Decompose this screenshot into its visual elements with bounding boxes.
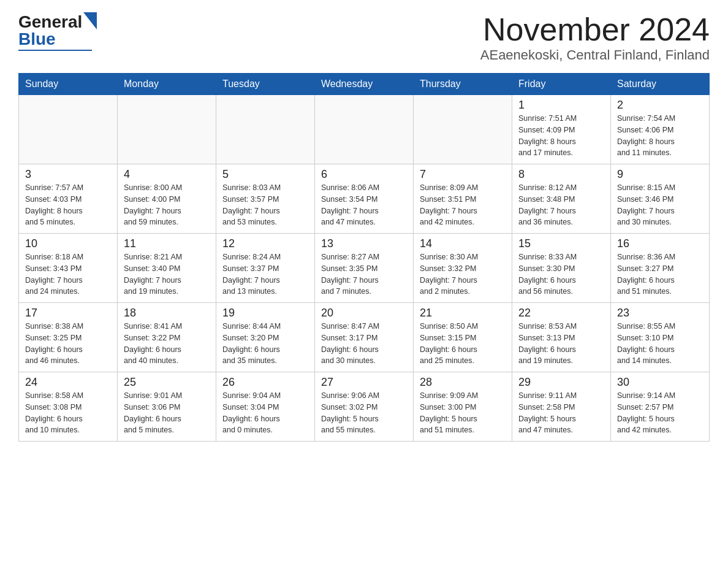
day-info: Sunrise: 8:21 AM Sunset: 3:40 PM Dayligh…: [124, 251, 210, 297]
logo-blue-text: Blue: [18, 31, 56, 48]
calendar-day-header: Tuesday: [216, 74, 315, 95]
calendar-day-header: Sunday: [19, 74, 118, 95]
day-number: 3: [25, 168, 111, 181]
day-number: 2: [617, 99, 703, 112]
day-number: 16: [617, 237, 703, 250]
calendar-cell: [315, 95, 414, 164]
day-number: 21: [420, 307, 506, 320]
calendar-cell: 28Sunrise: 9:09 AM Sunset: 3:00 PM Dayli…: [414, 372, 512, 442]
day-number: 15: [518, 237, 604, 250]
day-number: 13: [321, 237, 407, 250]
day-info: Sunrise: 8:53 AM Sunset: 3:13 PM Dayligh…: [518, 321, 604, 367]
logo-general-text: General: [18, 13, 82, 31]
day-number: 28: [420, 376, 506, 389]
day-info: Sunrise: 8:18 AM Sunset: 3:43 PM Dayligh…: [25, 251, 111, 297]
day-number: 4: [124, 168, 210, 181]
calendar-cell: 18Sunrise: 8:41 AM Sunset: 3:22 PM Dayli…: [118, 303, 216, 372]
day-number: 23: [617, 307, 703, 320]
day-info: Sunrise: 9:06 AM Sunset: 3:02 PM Dayligh…: [321, 390, 407, 436]
day-info: Sunrise: 8:58 AM Sunset: 3:08 PM Dayligh…: [25, 390, 111, 436]
day-info: Sunrise: 8:55 AM Sunset: 3:10 PM Dayligh…: [617, 321, 703, 367]
day-info: Sunrise: 7:54 AM Sunset: 4:06 PM Dayligh…: [617, 113, 703, 159]
calendar-cell: 8Sunrise: 8:12 AM Sunset: 3:48 PM Daylig…: [512, 164, 611, 234]
day-number: 22: [518, 307, 604, 320]
calendar-cell: 21Sunrise: 8:50 AM Sunset: 3:15 PM Dayli…: [414, 303, 512, 372]
day-number: 25: [124, 376, 210, 389]
calendar-cell: [118, 95, 216, 164]
svg-marker-0: [83, 12, 97, 29]
calendar-header-row: SundayMondayTuesdayWednesdayThursdayFrid…: [19, 74, 710, 95]
calendar-cell: 11Sunrise: 8:21 AM Sunset: 3:40 PM Dayli…: [118, 234, 216, 303]
day-info: Sunrise: 9:14 AM Sunset: 2:57 PM Dayligh…: [617, 390, 703, 436]
logo-triangle-icon: [83, 12, 97, 29]
calendar-cell: 26Sunrise: 9:04 AM Sunset: 3:04 PM Dayli…: [216, 372, 315, 442]
day-number: 9: [617, 168, 703, 181]
day-info: Sunrise: 8:30 AM Sunset: 3:32 PM Dayligh…: [420, 251, 506, 297]
day-number: 12: [222, 237, 308, 250]
calendar-week-row: 10Sunrise: 8:18 AM Sunset: 3:43 PM Dayli…: [19, 234, 710, 303]
day-info: Sunrise: 8:50 AM Sunset: 3:15 PM Dayligh…: [420, 321, 506, 367]
calendar-cell: 22Sunrise: 8:53 AM Sunset: 3:13 PM Dayli…: [512, 303, 611, 372]
calendar-cell: 2Sunrise: 7:54 AM Sunset: 4:06 PM Daylig…: [611, 95, 710, 164]
calendar-cell: 29Sunrise: 9:11 AM Sunset: 2:58 PM Dayli…: [512, 372, 611, 442]
day-number: 29: [518, 376, 604, 389]
page-header: General Blue November 2024 AEaenekoski, …: [18, 12, 710, 63]
calendar-cell: 5Sunrise: 8:03 AM Sunset: 3:57 PM Daylig…: [216, 164, 315, 234]
day-info: Sunrise: 8:33 AM Sunset: 3:30 PM Dayligh…: [518, 251, 604, 297]
day-number: 24: [25, 376, 111, 389]
calendar-cell: 6Sunrise: 8:06 AM Sunset: 3:54 PM Daylig…: [315, 164, 414, 234]
day-info: Sunrise: 7:57 AM Sunset: 4:03 PM Dayligh…: [25, 182, 111, 228]
day-info: Sunrise: 7:51 AM Sunset: 4:09 PM Dayligh…: [518, 113, 604, 159]
day-info: Sunrise: 8:41 AM Sunset: 3:22 PM Dayligh…: [124, 321, 210, 367]
day-number: 30: [617, 376, 703, 389]
calendar-day-header: Friday: [512, 74, 611, 95]
day-number: 6: [321, 168, 407, 181]
day-info: Sunrise: 9:01 AM Sunset: 3:06 PM Dayligh…: [124, 390, 210, 436]
logo: General Blue: [18, 12, 97, 51]
calendar-cell: 15Sunrise: 8:33 AM Sunset: 3:30 PM Dayli…: [512, 234, 611, 303]
day-info: Sunrise: 8:06 AM Sunset: 3:54 PM Dayligh…: [321, 182, 407, 228]
calendar-week-row: 3Sunrise: 7:57 AM Sunset: 4:03 PM Daylig…: [19, 164, 710, 234]
day-info: Sunrise: 8:03 AM Sunset: 3:57 PM Dayligh…: [222, 182, 308, 228]
day-number: 20: [321, 307, 407, 320]
day-info: Sunrise: 8:44 AM Sunset: 3:20 PM Dayligh…: [222, 321, 308, 367]
day-info: Sunrise: 9:11 AM Sunset: 2:58 PM Dayligh…: [518, 390, 604, 436]
day-info: Sunrise: 8:24 AM Sunset: 3:37 PM Dayligh…: [222, 251, 308, 297]
day-info: Sunrise: 9:04 AM Sunset: 3:04 PM Dayligh…: [222, 390, 308, 436]
calendar-week-row: 24Sunrise: 8:58 AM Sunset: 3:08 PM Dayli…: [19, 372, 710, 442]
calendar-cell: 3Sunrise: 7:57 AM Sunset: 4:03 PM Daylig…: [19, 164, 118, 234]
day-info: Sunrise: 8:12 AM Sunset: 3:48 PM Dayligh…: [518, 182, 604, 228]
day-number: 14: [420, 237, 506, 250]
calendar-cell: 20Sunrise: 8:47 AM Sunset: 3:17 PM Dayli…: [315, 303, 414, 372]
logo-underline: [18, 50, 92, 51]
day-info: Sunrise: 8:09 AM Sunset: 3:51 PM Dayligh…: [420, 182, 506, 228]
day-number: 19: [222, 307, 308, 320]
calendar-cell: 9Sunrise: 8:15 AM Sunset: 3:46 PM Daylig…: [611, 164, 710, 234]
day-info: Sunrise: 9:09 AM Sunset: 3:00 PM Dayligh…: [420, 390, 506, 436]
calendar-cell: 27Sunrise: 9:06 AM Sunset: 3:02 PM Dayli…: [315, 372, 414, 442]
day-number: 11: [124, 237, 210, 250]
day-info: Sunrise: 8:15 AM Sunset: 3:46 PM Dayligh…: [617, 182, 703, 228]
calendar-cell: 17Sunrise: 8:38 AM Sunset: 3:25 PM Dayli…: [19, 303, 118, 372]
day-number: 8: [518, 168, 604, 181]
day-number: 5: [222, 168, 308, 181]
calendar-cell: 25Sunrise: 9:01 AM Sunset: 3:06 PM Dayli…: [118, 372, 216, 442]
day-number: 17: [25, 307, 111, 320]
calendar-cell: 14Sunrise: 8:30 AM Sunset: 3:32 PM Dayli…: [414, 234, 512, 303]
day-number: 10: [25, 237, 111, 250]
day-number: 26: [222, 376, 308, 389]
calendar-cell: 24Sunrise: 8:58 AM Sunset: 3:08 PM Dayli…: [19, 372, 118, 442]
day-number: 1: [518, 99, 604, 112]
calendar-table: SundayMondayTuesdayWednesdayThursdayFrid…: [18, 73, 710, 442]
calendar-cell: [216, 95, 315, 164]
calendar-cell: [414, 95, 512, 164]
day-info: Sunrise: 8:00 AM Sunset: 4:00 PM Dayligh…: [124, 182, 210, 228]
title-block: November 2024 AEaenekoski, Central Finla…: [480, 12, 710, 63]
page-title: November 2024: [480, 12, 710, 47]
calendar-week-row: 1Sunrise: 7:51 AM Sunset: 4:09 PM Daylig…: [19, 95, 710, 164]
day-info: Sunrise: 8:47 AM Sunset: 3:17 PM Dayligh…: [321, 321, 407, 367]
day-info: Sunrise: 8:36 AM Sunset: 3:27 PM Dayligh…: [617, 251, 703, 297]
day-info: Sunrise: 8:27 AM Sunset: 3:35 PM Dayligh…: [321, 251, 407, 297]
day-number: 7: [420, 168, 506, 181]
calendar-cell: 16Sunrise: 8:36 AM Sunset: 3:27 PM Dayli…: [611, 234, 710, 303]
